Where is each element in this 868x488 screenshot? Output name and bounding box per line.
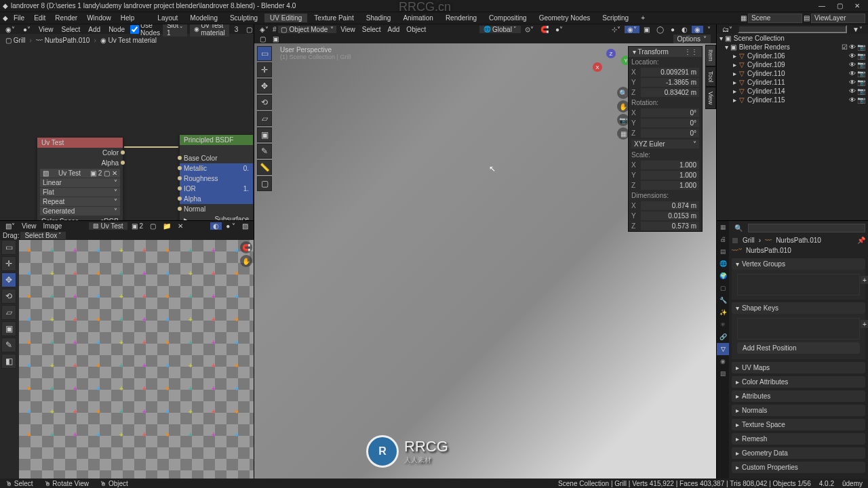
prop-tab-texture[interactable]: ▨ (717, 367, 729, 380)
item-render-icon[interactable]: 📷 (857, 61, 865, 68)
viewport-options[interactable]: Options˅ (673, 35, 711, 43)
tree-item[interactable]: ▸▽Cylinder.114👁📷 (717, 87, 868, 96)
img-interp[interactable]: Linear˅ (40, 178, 120, 187)
nh-node[interactable]: Node (106, 26, 127, 33)
outliner-search[interactable] (738, 25, 847, 33)
panel-texture-space[interactable]: ▸ Texture Space (732, 419, 865, 430)
node-image-texture[interactable]: Uv Test Color Alpha ▧Uv Test▣ 2 ▢ ✕ Line… (37, 137, 123, 221)
ws-layout[interactable]: Layout (152, 14, 183, 22)
prop-tab-scene[interactable]: 🌐 (717, 258, 729, 270)
item-eye-icon[interactable]: 👁 (849, 52, 856, 60)
uv-channels[interactable]: ● ˅ (223, 222, 238, 230)
uv-tool-annotate[interactable]: ✎ (1, 338, 16, 352)
np-title[interactable]: Transform (638, 48, 669, 56)
pivot-point[interactable]: ⊙˅ (522, 26, 536, 33)
scene-field[interactable] (748, 14, 802, 23)
sk-add[interactable]: + (861, 320, 868, 328)
item-render-icon[interactable]: 📷 (857, 96, 865, 104)
material-select[interactable]: ◉ Uv Test material (190, 24, 229, 37)
tree-item[interactable]: ▸▽Cylinder.110👁📷 (717, 69, 868, 78)
bsdf-alpha[interactable]: Alpha (184, 195, 201, 203)
prop-tab-material[interactable]: ◉ (717, 355, 729, 367)
scale-y[interactable]: 1.000 (641, 171, 699, 180)
item-render-icon[interactable]: 📷 (857, 70, 865, 77)
panel-attributes[interactable]: ▸ Attributes (732, 390, 865, 402)
img-out-color[interactable]: Color (102, 149, 119, 157)
bsdf-normal[interactable]: Normal (184, 205, 205, 213)
uv-pan-icon[interactable]: ✋ (240, 255, 252, 267)
item-render-icon[interactable]: 📷 (857, 79, 865, 86)
scale-x[interactable]: 1.000 (641, 161, 699, 169)
bsdf-subsurface[interactable]: Subsurface (214, 216, 249, 221)
gizmo-toggle[interactable]: ⊹˅ (609, 26, 623, 33)
item-render-icon[interactable]: 📷 (857, 87, 865, 95)
img-ext[interactable]: Repeat˅ (40, 197, 120, 206)
menu-window[interactable]: Window (83, 14, 115, 22)
prop-tab-modifiers[interactable]: 🔧 (717, 294, 729, 306)
editor-type-shader[interactable]: ◉˅ (3, 26, 18, 33)
xray-toggle[interactable]: ▣ (641, 26, 652, 33)
panel-custom-properties[interactable]: ▸ Custom Properties (732, 462, 865, 473)
vp-view[interactable]: View (338, 26, 358, 33)
ws-uv-editing[interactable]: UV Editing (264, 14, 307, 22)
coll-eye-icon[interactable]: 👁 (849, 43, 856, 51)
bc-curve[interactable]: 〰 NurbsPath.010 (36, 37, 90, 44)
tool-scale[interactable]: ▱ (257, 111, 272, 126)
ws-compositing[interactable]: Compositing (484, 14, 532, 22)
uv-img-unlink[interactable]: ✕ (175, 222, 186, 230)
shade-rendered[interactable]: ◉ (692, 26, 703, 33)
tool-settings-icon[interactable]: ▢ (257, 35, 269, 43)
editor-type-image[interactable]: ▧˅ (3, 222, 18, 230)
props-data-name[interactable]: NurbsPath.010 (746, 247, 791, 254)
panel-vertex-groups[interactable]: ▾ Vertex Groups (732, 258, 865, 270)
tree-collection[interactable]: ▾ ▣Blender Renders☑👁📷 (717, 43, 868, 52)
img-out-alpha[interactable]: Alpha (101, 159, 119, 167)
orbit-gizmo[interactable]: ZXY (595, 52, 628, 84)
tool-transform[interactable]: ▣ (257, 127, 272, 142)
uv-stretch[interactable]: ▨ (239, 222, 251, 230)
shade-matprev[interactable]: ◐ (679, 26, 690, 33)
bsdf-roughness[interactable]: Roughness (184, 175, 218, 182)
props-search[interactable] (748, 224, 865, 232)
properties-editor[interactable]: ▦ 🖨 ▤ 🌐 🌍 ▢ 🔧 ✨ ⚛ 🔗 ▽ ◉ ▨ 🔍 Grill › 〰Nur… (717, 221, 868, 479)
uv-image[interactable]: Image (41, 222, 65, 230)
prop-tab-viewlayer[interactable]: ▤ (717, 245, 729, 258)
loc-x[interactable]: 0.009291 m (641, 68, 699, 77)
mode-select[interactable]: ▢Object Mode˅ (278, 26, 337, 33)
uv-tool-scale[interactable]: ▱ (1, 305, 16, 320)
npanel-tab-tool[interactable]: Tool (705, 66, 716, 87)
item-eye-icon[interactable]: 👁 (849, 61, 856, 68)
shader-editor[interactable]: ◉˅ ●˅ View Select Add Node Use Nodes Slo… (0, 24, 254, 221)
nh-view[interactable]: View (36, 26, 56, 33)
outliner-filter[interactable]: ▼˅ (850, 26, 865, 33)
vp-object[interactable]: Object (403, 26, 429, 33)
item-eye-icon[interactable]: 👁 (849, 79, 856, 86)
menu-help[interactable]: Help (117, 14, 139, 22)
viewlayer-field[interactable] (811, 14, 865, 23)
tool-cursor[interactable]: ✛ (257, 62, 272, 77)
bsdf-ior[interactable]: IOR (184, 185, 196, 192)
panel-remesh[interactable]: ▸ Remesh (732, 433, 865, 445)
bc-material[interactable]: ◉ Uv Test material (100, 37, 157, 44)
uv-tool-rotate[interactable]: ⟲ (1, 289, 16, 304)
panel-uv-maps[interactable]: ▸ UV Maps (732, 362, 865, 373)
uv-view-mode[interactable]: ◐ (210, 222, 222, 230)
prop-tab-output[interactable]: 🖨 (717, 233, 729, 245)
panel-normals[interactable]: ▸ Normals (732, 405, 865, 416)
rot-x[interactable]: 0° (641, 108, 699, 117)
tool-select-box[interactable]: ▭ (257, 46, 272, 61)
uv-magnet-icon[interactable]: 🧲 (240, 241, 252, 253)
dim-y[interactable]: 0.0153 m (641, 211, 699, 220)
npanel-tab-view[interactable]: View (705, 87, 716, 109)
menu-file[interactable]: File (9, 14, 28, 22)
rot-mode[interactable]: XYZ Euler˅ (631, 140, 699, 148)
menu-edit[interactable]: Edit (30, 14, 50, 22)
ws-scripting[interactable]: Scripting (597, 14, 634, 22)
uv-tool-rip[interactable]: ◧ (1, 354, 16, 369)
bc-object[interactable]: ▢ Grill (5, 37, 26, 44)
tool-annotate[interactable]: ✎ (257, 144, 272, 159)
tool-move[interactable]: ✥ (257, 79, 272, 94)
ws-animation[interactable]: Animation (397, 14, 438, 22)
prop-tab-physics[interactable]: ⚛ (717, 319, 729, 331)
use-nodes-toggle[interactable] (130, 25, 139, 34)
